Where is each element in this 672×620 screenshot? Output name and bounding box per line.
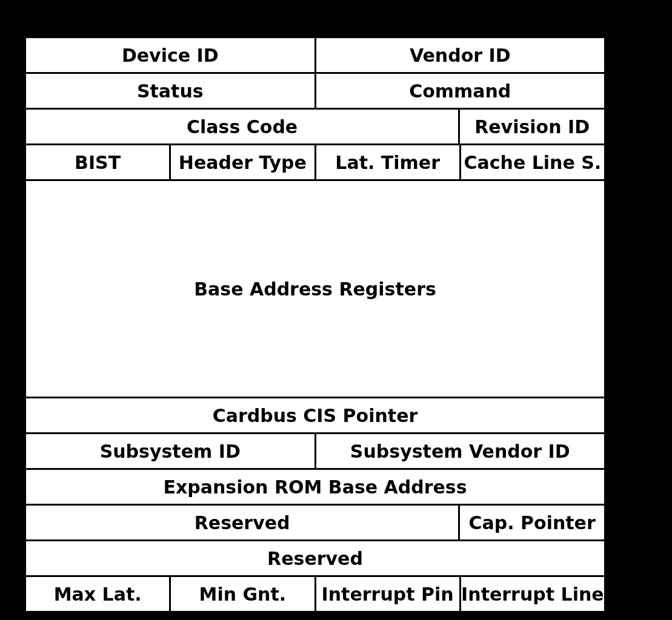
- register-row: Base Address Registers: [24, 181, 606, 398]
- register-cell: Min Gnt.: [169, 575, 316, 613]
- register-row: Class CodeRevision ID: [24, 110, 606, 145]
- register-cell: Lat. Timer: [314, 143, 461, 181]
- register-cell: Device ID: [24, 36, 316, 74]
- register-cell: Subsystem Vendor ID: [314, 432, 607, 470]
- register-row: Max Lat.Min Gnt.Interrupt PinInterrupt L…: [24, 577, 606, 613]
- register-cell: Command: [314, 72, 607, 110]
- pci-config-header-diagram: Device IDVendor IDStatusCommandClass Cod…: [24, 36, 606, 613]
- register-cell: Cardbus CIS Pointer: [24, 397, 606, 434]
- register-cell: Vendor ID: [314, 36, 607, 74]
- register-row: Reserved: [24, 541, 606, 577]
- register-cell: Cap. Pointer: [458, 504, 606, 541]
- register-row: ReservedCap. Pointer: [24, 506, 606, 541]
- register-cell: Subsystem ID: [24, 432, 316, 470]
- register-row: StatusCommand: [24, 74, 606, 110]
- register-cell: Reserved: [24, 539, 606, 577]
- register-cell: Expansion ROM Base Address: [24, 468, 606, 506]
- register-cell: Cache Line S.: [459, 143, 606, 181]
- register-cell: BIST: [24, 143, 171, 181]
- register-cell: Status: [24, 72, 316, 110]
- register-row: Expansion ROM Base Address: [24, 470, 606, 506]
- register-row: Device IDVendor ID: [24, 36, 606, 74]
- register-cell: Header Type: [169, 143, 316, 181]
- register-cell: Class Code: [24, 108, 460, 145]
- register-row: Cardbus CIS Pointer: [24, 398, 606, 434]
- register-cell: Max Lat.: [24, 575, 171, 613]
- register-cell: Interrupt Pin: [314, 575, 461, 613]
- register-cell: Revision ID: [458, 108, 606, 145]
- register-row: BISTHeader TypeLat. TimerCache Line S.: [24, 145, 606, 181]
- register-cell: Reserved: [24, 504, 460, 541]
- register-row: Subsystem IDSubsystem Vendor ID: [24, 434, 606, 470]
- register-cell: Base Address Registers: [24, 179, 606, 398]
- register-cell: Interrupt Line: [459, 575, 606, 613]
